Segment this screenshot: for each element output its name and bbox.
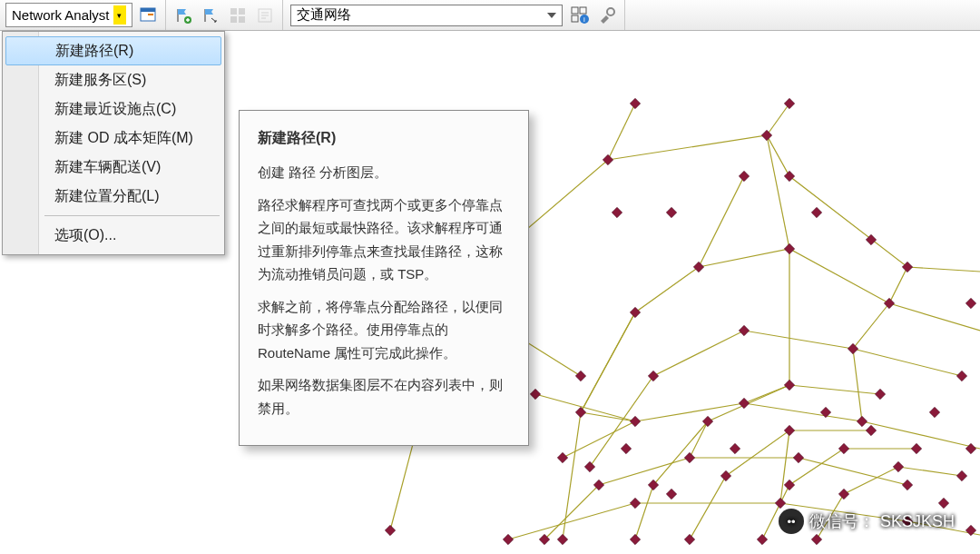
menu-new-vrp[interactable]: 新建车辆配送(V) xyxy=(4,153,223,182)
svg-rect-5 xyxy=(230,8,237,15)
tooltip-p2: 路径求解程序可查找两个或更多个停靠点之间的最短或最快路径。该求解程序可通过重新排… xyxy=(258,193,510,286)
svg-rect-11 xyxy=(580,7,586,14)
watermark-label: 微信号： xyxy=(809,510,875,532)
svg-rect-2 xyxy=(141,8,155,12)
svg-text:i: i xyxy=(583,15,585,24)
flag-move-icon[interactable] xyxy=(200,5,221,26)
watermark: •• 微信号： SKSJKSH xyxy=(779,509,955,534)
network-dataset-combo[interactable]: 交通网络 xyxy=(290,5,563,26)
watermark-id: SKSJKSH xyxy=(880,512,955,531)
svg-rect-12 xyxy=(572,15,578,22)
build-icon[interactable] xyxy=(596,5,618,26)
tooltip-p3: 求解之前，将停靠点分配给路径，以便同时求解多个路径。使用停靠点的 RouteNa… xyxy=(258,295,510,365)
identify-icon[interactable]: i xyxy=(569,5,591,26)
network-analyst-dropdown[interactable]: Network Analyst ▾ xyxy=(5,3,132,27)
svg-rect-7 xyxy=(230,16,237,23)
svg-rect-3 xyxy=(148,14,153,15)
menu-separator xyxy=(44,215,220,216)
network-analyst-menu: 新建路径(R) 新建服务区(S) 新建最近设施点(C) 新建 OD 成本矩阵(M… xyxy=(2,31,225,255)
svg-rect-6 xyxy=(239,8,245,15)
menu-new-route[interactable]: 新建路径(R) xyxy=(5,36,221,65)
menu-options[interactable]: 选项(O)... xyxy=(4,221,223,250)
svg-rect-10 xyxy=(572,7,578,14)
na-window-icon[interactable] xyxy=(137,5,159,26)
tooltip-new-route: 新建路径(R) 创建 路径 分析图层。 路径求解程序可查找两个或更多个停靠点之间… xyxy=(239,110,529,446)
menu-new-location-allocation[interactable]: 新建位置分配(L) xyxy=(4,182,223,211)
directions-icon xyxy=(254,5,276,26)
menu-new-closest-facility[interactable]: 新建最近设施点(C) xyxy=(4,94,223,124)
tooltip-p1: 创建 路径 分析图层。 xyxy=(258,161,510,184)
tooltip-p4: 如果网络数据集图层不在内容列表中，则禁用。 xyxy=(258,373,510,420)
tooltip-title: 新建路径(R) xyxy=(258,125,510,150)
menu-new-service-area[interactable]: 新建服务区(S) xyxy=(4,65,223,94)
menu-new-od-matrix[interactable]: 新建 OD 成本矩阵(M) xyxy=(4,124,223,153)
combo-value: 交通网络 xyxy=(297,6,351,24)
flag-add-icon[interactable] xyxy=(172,5,194,26)
network-analyst-label: Network Analyst xyxy=(12,7,110,23)
svg-point-15 xyxy=(607,8,614,15)
solve-icon xyxy=(227,5,249,26)
svg-rect-8 xyxy=(239,16,245,23)
chevron-down-icon: ▾ xyxy=(113,5,126,25)
wechat-icon: •• xyxy=(779,509,804,534)
toolbar: Network Analyst ▾ 交通网络 i xyxy=(0,0,980,31)
